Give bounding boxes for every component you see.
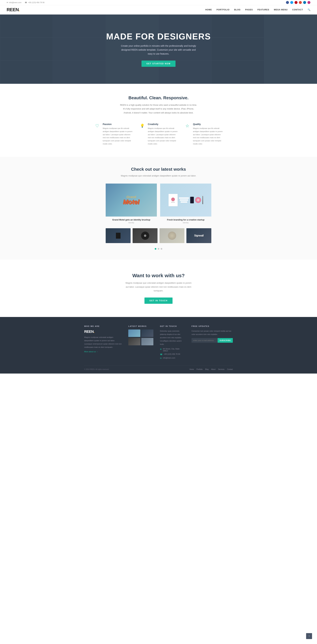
cta-button[interactable]: GET IN TOUCH — [144, 298, 173, 304]
footer-contact-title: GET IN TOUCH — [160, 325, 185, 327]
footer-nav-about[interactable]: About — [211, 368, 215, 370]
footer-address: ⊕ 84 Street, City, State 34813 — [160, 348, 185, 352]
logo[interactable]: REEN. — [7, 7, 20, 12]
brand-phone — [190, 197, 194, 203]
portfolio-motel-category: Identity — [106, 222, 157, 224]
badge-icon — [168, 232, 176, 240]
feature-creativity-title: Creativity — [148, 123, 178, 126]
footer-thumb-2[interactable] — [141, 330, 153, 337]
footer-contact-desc: Doloretur quia coremolu platemp diupta e… — [160, 330, 185, 346]
brand-circle — [171, 198, 175, 201]
pagination-dot-2[interactable] — [158, 248, 159, 250]
motel-text: Motel — [123, 199, 139, 205]
email-icon: ✉ — [7, 2, 8, 4]
portfolio-small-item-2[interactable] — [133, 228, 158, 243]
email-info: ✉ info@reen.com — [7, 2, 22, 4]
hero-subtitle: Create your online portfolio in minutes … — [119, 44, 198, 56]
pagination-dot-3[interactable] — [161, 248, 162, 250]
footer-logo-dot: . — [94, 330, 94, 334]
portfolio-item-motel[interactable]: Grand Motel Grand Motel gets an identity… — [106, 184, 157, 225]
footer-thumb-4[interactable] — [141, 338, 153, 345]
brand-pen — [202, 196, 203, 204]
portfolio-section: Check out our latest works Magnis modips… — [0, 157, 317, 260]
feature-passion-title: Passion — [103, 123, 133, 126]
main-nav: HOME PORTFOLIO BLOG PAGES FEATURES MEGA … — [205, 8, 310, 11]
portfolio-motel-label: Grand Motel gets an identity brushup — [106, 216, 157, 222]
footer-thumb-3[interactable] — [128, 338, 140, 345]
feature-passion-text: Magnis modipsae que lib volorati andigen… — [103, 127, 133, 145]
features-grid: ♡ Passion Magnis modipsae que lib volora… — [94, 123, 223, 145]
google-icon[interactable] — [299, 1, 302, 4]
record-icon — [141, 232, 149, 240]
pagination-dot-1[interactable] — [155, 248, 156, 250]
footer-thumb-1[interactable] — [128, 330, 140, 337]
instagram-icon[interactable] — [307, 1, 310, 4]
cta-section: Want to work with us? Magnis modipsae qu… — [0, 260, 317, 317]
portfolio-title: Check out our latest works — [7, 167, 310, 172]
features-subtitle: REEN is a high-quality solution for thos… — [119, 103, 198, 114]
portfolio-item-brand[interactable]: BRAND Fresh branding for a creative star… — [160, 184, 211, 225]
footer-email-input[interactable] — [191, 338, 218, 343]
footer-subscribe-button[interactable]: SUBSCRIBE — [218, 338, 233, 343]
footer-nav-blog[interactable]: Blog — [205, 368, 208, 370]
footer-works-grid — [128, 330, 153, 345]
portfolio-main-grid: Grand Motel Grand Motel gets an identity… — [106, 184, 211, 225]
footer-more-link[interactable]: More about us → — [84, 350, 122, 352]
footer-address-text: 84 Street, City, State 34813 — [163, 348, 185, 352]
feature-passion: ♡ Passion Magnis modipsae que lib volora… — [94, 123, 133, 145]
portfolio-brand-image: BRAND — [160, 184, 211, 216]
feature-creativity-text: Magnis modipsae que lib volorati andigen… — [148, 127, 178, 145]
footer-nav-home[interactable]: Home — [190, 368, 194, 370]
header: REEN. HOME PORTFOLIO BLOG PAGES FEATURES… — [0, 5, 317, 14]
nav-portfolio[interactable]: PORTFOLIO — [216, 8, 229, 11]
logo-dot: . — [19, 7, 20, 12]
footer-grid: WHO WE ARE REEN. Magnis modipsae volorat… — [84, 325, 233, 361]
footer-who-we-are: WHO WE ARE REEN. Magnis modipsae volorat… — [84, 325, 122, 361]
portfolio-small-item-4[interactable]: Signwall — [186, 228, 211, 243]
brand-illustration: BRAND — [160, 184, 211, 216]
nav-blog[interactable]: BLOG — [234, 8, 240, 11]
creativity-icon: 💡 — [139, 123, 145, 129]
footer-nav-services[interactable]: Services — [218, 368, 224, 370]
footer-logo: REEN. — [84, 330, 122, 334]
linkedin-icon[interactable] — [303, 1, 306, 4]
nav-pages[interactable]: PAGES — [245, 8, 253, 11]
signwall-text: Signwall — [194, 234, 204, 237]
phone-icon: ☎ — [25, 2, 27, 4]
twitter-icon[interactable] — [290, 1, 293, 4]
portfolio-small-item-1[interactable] — [106, 228, 131, 243]
portfolio-small-grid: Signwall — [106, 228, 211, 243]
search-icon[interactable]: 🔍 — [307, 8, 310, 11]
footer-phone: ☎ +00 (123) 456 78 90 — [160, 353, 185, 356]
hero-title: MADE FOR DESIGNERS — [106, 32, 211, 42]
s2-content — [133, 228, 158, 243]
footer-nav-portfolio[interactable]: Portfolio — [196, 368, 203, 370]
footer-contact: GET IN TOUCH Doloretur quia coremolu pla… — [160, 325, 185, 361]
feature-creativity-content: Creativity Magnis modipsae que lib volor… — [148, 123, 178, 145]
s4-content: Signwall — [186, 228, 211, 243]
features-title: Beautiful. Clean. Responsive. — [7, 95, 310, 100]
nav-home[interactable]: HOME — [205, 8, 212, 11]
pagination-dots — [7, 248, 310, 250]
nav-features[interactable]: FEATURES — [257, 8, 269, 11]
nav-contact[interactable]: CONTACT — [292, 8, 303, 11]
footer-nav-contact[interactable]: Contact — [227, 368, 233, 370]
pinterest-icon[interactable] — [294, 1, 297, 4]
email-text: info@reen.com — [9, 2, 22, 4]
facebook-icon[interactable] — [286, 1, 289, 4]
footer-phone-icon: ☎ — [160, 353, 162, 356]
portfolio-small-item-3[interactable] — [159, 228, 184, 243]
hero-cta-button[interactable]: GET STARTED NOW — [142, 60, 175, 67]
footer-phone-text: +00 (123) 456 78 90 — [164, 353, 180, 355]
footer-bottom-nav: Home Portfolio Blog About Services Conta… — [190, 368, 233, 370]
phone-text: +00 (123) 456 78 90 — [28, 2, 45, 4]
footer-updates-text: Consectur iure posae volor remped media … — [191, 330, 233, 336]
s1-content — [106, 228, 131, 243]
cta-text: Magnis modipsae que voloratati andigen d… — [124, 281, 193, 292]
footer-who-title: WHO WE ARE — [84, 325, 122, 327]
nav-mega-menu[interactable]: MEGA MENU — [274, 8, 288, 11]
s3-content — [159, 228, 184, 243]
phone-info: ☎ +00 (123) 456 78 90 — [25, 2, 45, 4]
footer: WHO WE ARE REEN. Magnis modipsae volorat… — [0, 317, 317, 374]
footer-email-text: info@reen.com — [163, 357, 175, 359]
